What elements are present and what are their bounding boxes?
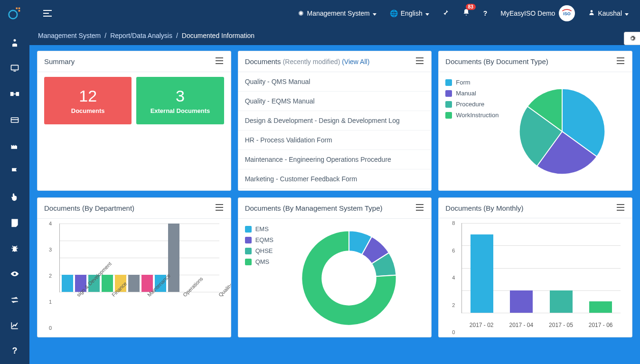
list-item[interactable]: Quality - EQMS Manual	[238, 92, 432, 111]
language-label: English	[401, 9, 423, 17]
sidebar-item-transfer[interactable]	[0, 287, 29, 313]
caret-down-icon	[425, 9, 429, 17]
svg-rect-31	[416, 207, 424, 208]
bar[interactable]	[102, 275, 113, 292]
x-tick: 2017 - 04	[509, 322, 533, 332]
legend-item: Manual	[445, 90, 499, 97]
tile-documents[interactable]: 12 Documents	[44, 77, 132, 124]
management-system-label: Management System	[307, 9, 369, 17]
sidebar-item-note[interactable]	[0, 210, 29, 235]
top-header: ✺ Management System 🌐 English 83 ? MyEas…	[0, 0, 640, 26]
svg-rect-16	[11, 119, 19, 120]
legend-item: EQMS	[245, 236, 273, 243]
sidebar-item-card[interactable]	[0, 107, 29, 132]
svg-rect-6	[43, 16, 52, 17]
sidebar-toggle[interactable]	[38, 4, 57, 23]
x-tick: 2017 - 06	[589, 322, 613, 332]
card-title: Documents (By Monthly)	[445, 204, 523, 212]
brand-label: MyEasyISO Demo ISO	[494, 0, 582, 26]
card-title: Documents (By Department)	[44, 204, 134, 212]
svg-point-9	[591, 10, 593, 12]
caret-down-icon	[625, 9, 629, 17]
crumb-2: Documented Information	[182, 32, 254, 39]
sidebar-item-help[interactable]: ?	[0, 338, 29, 364]
pin-icon	[442, 9, 449, 17]
svg-rect-12	[14, 71, 16, 72]
svg-rect-1	[16, 7, 18, 9]
card-by-monthly: Documents (By Monthly) 2017 - 022017 - 0…	[438, 197, 632, 337]
legend-item: EMS	[245, 225, 273, 233]
sidebar-item-pointer[interactable]	[0, 184, 29, 210]
notifications-button[interactable]: 83	[456, 0, 477, 26]
help-button[interactable]: ?	[477, 0, 494, 26]
svg-rect-34	[617, 204, 624, 205]
sidebar-item-bug[interactable]	[0, 235, 29, 261]
card-menu-button[interactable]	[616, 204, 625, 212]
management-system-dropdown[interactable]: ✺ Management System	[292, 0, 383, 26]
card-menu-button[interactable]	[215, 57, 224, 65]
list-item[interactable]: Marketing - Customer Feedback Form	[238, 169, 432, 189]
list-item[interactable]: Maintenance - Engineering Operations Pro…	[238, 150, 432, 169]
card-menu-button[interactable]	[415, 57, 424, 65]
card-menu-button[interactable]	[215, 204, 224, 212]
page-settings-button[interactable]	[624, 32, 640, 45]
brand-avatar: ISO	[559, 5, 575, 21]
svg-rect-3	[19, 10, 20, 12]
crumb-1[interactable]: Report/Data Analysis	[110, 32, 172, 39]
card-title: Documents (By Document Type)	[445, 57, 548, 65]
bar[interactable]	[128, 275, 140, 292]
legend-item: QMS	[245, 258, 273, 265]
view-all-link[interactable]: (View All)	[342, 58, 369, 65]
svg-rect-21	[416, 57, 424, 58]
language-dropdown[interactable]: 🌐 English	[383, 0, 436, 26]
sidebar-item-eye[interactable]	[0, 261, 29, 287]
help-icon: ?	[483, 9, 488, 17]
svg-rect-11	[11, 65, 19, 70]
card-by-mst: Documents (By Management System Type) EM…	[238, 197, 432, 337]
crumb-0[interactable]: Management System	[38, 32, 101, 39]
svg-point-33	[321, 251, 376, 306]
bar[interactable]	[589, 301, 612, 313]
tile-external-documents[interactable]: 3 External Documents	[136, 77, 224, 124]
svg-text:ISO: ISO	[564, 11, 571, 16]
bar[interactable]	[510, 290, 533, 313]
svg-rect-29	[216, 210, 223, 211]
left-sidebar: ?	[0, 26, 29, 364]
svg-rect-25	[617, 60, 624, 61]
svg-rect-20	[216, 63, 223, 64]
list-item[interactable]: HR - Process Validation Form	[238, 131, 432, 150]
svg-rect-19	[216, 60, 223, 61]
dashboard-content: Summary 12 Documents 3 External Document…	[29, 45, 640, 364]
card-title: Summary	[44, 57, 75, 65]
svg-rect-13	[11, 93, 13, 96]
sidebar-item-flag[interactable]	[0, 159, 29, 184]
svg-rect-35	[617, 207, 624, 208]
user-dropdown[interactable]: Kaushal	[582, 0, 635, 26]
card-menu-button[interactable]	[415, 204, 424, 212]
card-summary: Summary 12 Documents 3 External Document…	[37, 51, 231, 191]
sidebar-item-industry[interactable]	[0, 133, 29, 159]
card-menu-button[interactable]	[616, 57, 625, 65]
bar[interactable]	[471, 234, 493, 313]
list-item[interactable]: Design & Development - Design & Developm…	[238, 111, 432, 131]
x-tick: 2017 - 02	[470, 322, 494, 332]
breadcrumb: Management System / Report/Data Analysis…	[29, 26, 640, 45]
card-recent-documents: Documents (Recently modified) (View All)…	[238, 51, 432, 191]
sidebar-item-monitor[interactable]	[0, 56, 29, 81]
pin-button[interactable]	[436, 0, 456, 26]
list-item[interactable]: Quality - QMS Manual	[238, 72, 432, 92]
sidebar-item-person[interactable]	[0, 30, 29, 56]
bar[interactable]	[168, 224, 179, 292]
legend-item: Procedure	[445, 101, 499, 108]
bar[interactable]	[550, 290, 573, 313]
svg-rect-30	[416, 204, 424, 205]
svg-point-0	[9, 10, 18, 19]
svg-rect-32	[416, 210, 424, 211]
sidebar-item-analytics[interactable]	[0, 313, 29, 338]
user-icon	[588, 9, 595, 17]
svg-rect-5	[43, 13, 49, 14]
svg-rect-22	[416, 60, 424, 61]
sidebar-item-process[interactable]	[0, 81, 29, 107]
svg-rect-14	[16, 93, 19, 96]
bar[interactable]	[62, 275, 73, 292]
